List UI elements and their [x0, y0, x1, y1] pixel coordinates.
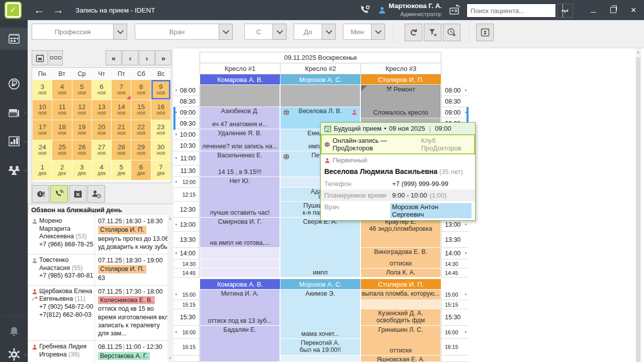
calendar-day[interactable]: 13ноя	[92, 100, 111, 120]
calendar-day[interactable]: 20ноя	[92, 120, 111, 140]
calendar-day[interactable]: 3ноя	[33, 80, 52, 100]
calendar-day[interactable]: 29ноя	[131, 140, 150, 160]
scroll-down-icon[interactable]: ▼	[167, 355, 173, 361]
calendar-day[interactable]: 6ноя	[92, 80, 111, 100]
prev-month-button[interactable]: «	[106, 50, 122, 65]
appointment-block[interactable]: Сверж Е. А.импл	[281, 218, 360, 277]
appointment-block[interactable]: Яшновская Е. А.	[361, 355, 440, 361]
appointment-block[interactable]: Удаление Я. В.лечение? или запись на...	[200, 129, 280, 151]
appointment-block[interactable]: Виноградова Е. В.оттиски	[361, 248, 440, 268]
calendar-day[interactable]: 18ноя	[52, 120, 71, 140]
appointment-block[interactable]: Нет Ю.лучше оставить час!	[200, 177, 280, 217]
calendar-day[interactable]: 24ноя	[33, 140, 52, 160]
appointment-block[interactable]: Кузенский Д. А.освободить фдм	[361, 309, 440, 325]
combo-dropdown-button[interactable]	[322, 24, 336, 40]
calendar-day[interactable]: 27ноя	[92, 140, 111, 160]
next-week-button[interactable]: ›	[139, 50, 155, 65]
scroll-up-icon[interactable]: ▲	[635, 50, 641, 54]
free-slot[interactable]	[281, 85, 360, 107]
appointment-block[interactable]: Гринишин Л. С.оттиски	[361, 326, 440, 355]
call-list-item[interactable]: Товстенко Анастасия (55)+7 (985) 637-80-…	[28, 254, 171, 285]
calendar-day[interactable]: 16ноя	[151, 100, 170, 120]
goto-today-button[interactable]	[32, 50, 48, 65]
schedule-scrollbar[interactable]: ▲	[635, 48, 641, 362]
calendar-day[interactable]: 8ноя	[131, 80, 150, 100]
call-list-item[interactable]: Морено Маргарита Алексеевна (53)+7 (966)…	[28, 215, 171, 254]
combo-value[interactable]: Врач	[135, 24, 219, 40]
overdue-calls-button[interactable]	[32, 185, 49, 203]
calendar-day[interactable]: 30ноя	[151, 140, 170, 160]
combo-value[interactable]: Мин	[343, 24, 371, 40]
clear-filter-button[interactable]	[424, 24, 441, 41]
prev-week-button[interactable]: ‹	[122, 50, 138, 65]
combo-value[interactable]: С	[244, 24, 272, 40]
combo-dropdown-button[interactable]	[371, 24, 385, 40]
sidebar-item-settings[interactable]: ›	[0, 343, 28, 362]
sidebar-item-staff[interactable]: ›	[0, 159, 28, 181]
free-slot[interactable]	[200, 259, 280, 268]
combo-value[interactable]: Профессия	[32, 24, 113, 40]
combo-dropdown-button[interactable]	[113, 24, 127, 40]
call-list-scrollbar[interactable]: ▲ ▼	[167, 216, 173, 361]
call-list-item[interactable]: Гребнева Лидия Игоревна (39)08.11.25|11:…	[28, 340, 171, 362]
calendar-day[interactable]: 23ноя	[151, 120, 170, 140]
appointment-block[interactable]: Васильченко Е.14 15 , в 9.15!!!	[200, 151, 280, 176]
appointment-block[interactable]: Краутер Е.46 эндо,пломбировка	[361, 218, 440, 247]
combo-value[interactable]: До	[294, 24, 322, 40]
free-slot[interactable]	[200, 248, 280, 259]
calendar-day[interactable]: 21ноя	[112, 120, 131, 140]
sidebar-item-cashbox[interactable]: ›	[0, 102, 28, 124]
calendar-day[interactable]: 28ноя	[112, 140, 131, 160]
calendar-day[interactable]: 9ноя	[151, 80, 170, 100]
calendar-day[interactable]: 7ноя	[112, 80, 131, 100]
call-list-button[interactable]	[50, 185, 68, 203]
free-slot[interactable]	[200, 268, 280, 277]
patient-card-return-button[interactable]	[445, 0, 465, 20]
appointment-block[interactable]: РемонтСломалось кресло	[361, 85, 440, 118]
phone-settings-button[interactable]	[355, 0, 375, 20]
sidebar-item-schedule[interactable]	[0, 28, 28, 50]
combo-dropdown-button[interactable]	[272, 24, 287, 40]
appointment-block[interactable]: Смирнова И. Г.на импл не готова,...	[200, 218, 280, 247]
calendar-day[interactable]: 22ноя	[131, 120, 150, 140]
calendar-day[interactable]: 4ноя	[52, 80, 71, 100]
calendar-day[interactable]: 10ноя	[33, 100, 52, 120]
calendar-day[interactable]: 5ноя	[72, 80, 91, 100]
back-button[interactable]: ←	[30, 0, 48, 20]
maximize-button[interactable]	[603, 0, 623, 20]
calendar-day[interactable]: 25ноя	[52, 140, 71, 160]
calendar-day[interactable]: 14ноя	[112, 100, 131, 120]
calendar-day[interactable]: 1дек	[33, 160, 52, 180]
calendar-day[interactable]: 2дек	[52, 160, 71, 180]
add-waiting-button[interactable]	[443, 24, 461, 41]
calendar-day[interactable]: 17ноя	[33, 120, 52, 140]
appointment-block[interactable]: Бадалян Е.	[200, 326, 280, 361]
call-list-item[interactable]: Щербакова Елена Евгеньевна (11)+7 (902) …	[28, 285, 171, 341]
patients-waiting-button[interactable]	[87, 185, 105, 203]
calendar-day[interactable]: 19ноя	[72, 120, 91, 140]
calendar-day[interactable]: 11ноя	[52, 100, 71, 120]
search-more-button[interactable]: •••	[557, 4, 573, 18]
free-slot[interactable]	[281, 355, 360, 361]
appointment-block[interactable]: Акимов Э.мама хочет...	[281, 290, 360, 338]
doctor-band[interactable]: Морозов А. С.	[281, 279, 360, 289]
calendar-day[interactable]: 26ноя	[72, 140, 91, 160]
forward-button[interactable]: →	[49, 0, 67, 20]
appointment-block[interactable]: Митина И. А.оттиск под кв 13 зуб...	[200, 290, 280, 325]
next-month-button[interactable]: »	[155, 50, 171, 65]
doctor-band[interactable]: Комарова А. В.	[200, 279, 280, 289]
appointment-block[interactable]: Лола К. А.	[361, 268, 440, 277]
calendar-day[interactable]: 5дек	[112, 160, 131, 180]
patient-search-input[interactable]	[467, 4, 563, 17]
doctor-band[interactable]: Столяров И. П.	[361, 279, 441, 289]
appointment-block[interactable]: выпала пломба, которую...	[361, 290, 440, 300]
minimize-button[interactable]	[583, 0, 603, 20]
free-slot[interactable]	[200, 85, 280, 107]
scroll-up-icon[interactable]: ▲	[167, 216, 173, 222]
scrollbar-thumb[interactable]	[636, 57, 640, 362]
close-button[interactable]: ×	[623, 0, 643, 20]
sidebar-item-reports[interactable]: ›	[0, 130, 28, 152]
appointment-block[interactable]: Перекотий А.был на 19:00!!	[281, 339, 360, 355]
sidebar-item-payments[interactable]	[0, 73, 28, 95]
waiting-list-button[interactable]	[476, 24, 494, 41]
